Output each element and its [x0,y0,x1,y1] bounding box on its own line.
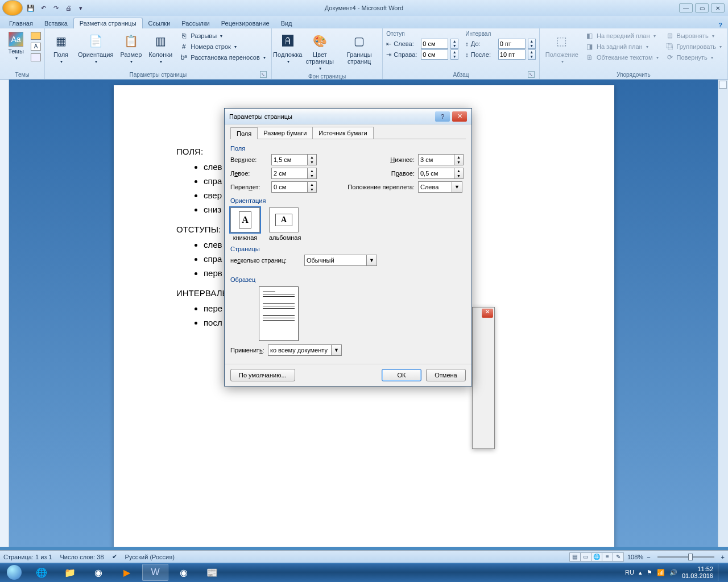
send-back-button[interactable]: ◨На задний план▾ [583,41,661,52]
right-margin-spinner[interactable]: ▲▼ [454,168,464,179]
tab-references[interactable]: Ссылки [143,18,176,28]
tray-flag-icon[interactable]: ⚑ [647,569,652,576]
gutter-pos-combo[interactable] [418,181,452,193]
view-draft[interactable]: ✎ [613,552,624,562]
vertical-ruler[interactable] [0,80,9,547]
paragraph-launcher[interactable]: ⤡ [528,71,535,78]
tray-language[interactable]: RU [625,569,634,576]
minimize-button[interactable]: — [679,3,693,13]
tab-insert[interactable]: Вставка [39,18,73,28]
indent-right-input[interactable] [421,49,448,60]
undo-icon[interactable]: ↶ [38,2,49,14]
hyphenation-button[interactable]: bªРасстановка переносов▾ [177,52,267,63]
tab-mailings[interactable]: Рассылки [176,18,215,28]
tray-show-hidden-icon[interactable]: ▴ [639,569,642,576]
office-button[interactable] [2,0,23,16]
align-button[interactable]: ⊟Выровнять▾ [663,31,725,41]
bottom-margin-spinner[interactable]: ▲▼ [454,154,464,165]
dialog-help-button[interactable]: ? [435,111,450,122]
theme-effects-icon[interactable] [31,53,41,61]
view-web[interactable]: 🌐 [591,552,602,562]
start-button[interactable] [2,564,26,581]
indent-right-spinner[interactable]: ▲▼ [450,49,458,60]
dialog-close-button[interactable]: ✕ [452,111,467,122]
tab-home[interactable]: Главная [3,18,39,28]
default-button[interactable]: По умолчанию... [230,369,295,381]
gutter-spinner[interactable]: ▲▼ [308,181,317,193]
left-margin-spinner[interactable]: ▲▼ [308,168,317,179]
orientation-portrait[interactable]: A книжная [230,207,260,241]
tray-volume-icon[interactable]: 🔊 [669,569,677,576]
position-button[interactable]: ⬚Положение▾ [543,31,581,65]
page-setup-launcher[interactable]: ⤡ [260,71,267,78]
bottom-margin-input[interactable] [418,154,454,165]
theme-fonts-icon[interactable]: A [31,43,41,51]
orientation-landscape[interactable]: A альбомная [269,207,301,241]
space-before-spinner[interactable]: ▲▼ [528,39,536,49]
gutter-input[interactable] [271,181,308,193]
space-after-input[interactable] [498,49,526,60]
save-icon[interactable]: 💾 [25,2,36,14]
task-explorer[interactable]: 📁 [57,564,83,581]
size-button[interactable]: 📋Размер▾ [118,31,144,65]
zoom-value[interactable]: 108% [627,554,643,560]
task-media[interactable]: ▶ [114,564,140,581]
task-chrome2[interactable]: ◉ [171,564,197,581]
bring-front-button[interactable]: ◧На передний план▾ [583,31,661,41]
multi-pages-combo[interactable] [304,255,367,266]
page-color-button[interactable]: 🎨Цвет страницы▾ [303,31,337,72]
view-outline[interactable]: ≡ [602,552,613,562]
group-button[interactable]: ⿻Группировать▾ [663,41,725,52]
orientation-button[interactable]: 📄Ориентация▾ [76,31,115,65]
watermark-button[interactable]: 🅰Подложка▾ [275,31,300,65]
close-button[interactable]: ✕ [711,3,725,13]
tab-view[interactable]: Вид [275,18,298,28]
view-full-screen[interactable]: ▭ [580,552,592,562]
status-language[interactable]: Русский (Россия) [125,554,175,560]
top-margin-spinner[interactable]: ▲▼ [308,154,317,165]
themes-button[interactable]: Aa Темы▾ [3,31,28,62]
breaks-button[interactable]: ⎘Разрывы▾ [177,31,267,41]
status-words[interactable]: Число слов: 38 [60,554,104,560]
redo-icon[interactable]: ↷ [50,2,61,14]
tab-review[interactable]: Рецензирование [216,18,275,28]
text-wrap-button[interactable]: 🗎Обтекание текстом▾ [583,52,661,63]
tab-layout[interactable]: Разметка страницы [73,18,143,28]
dlg-tab-margins[interactable]: Поля [230,127,258,139]
space-after-spinner[interactable]: ▲▼ [528,49,536,60]
tray-clock[interactable]: 11:52 01.03.2016 [682,566,713,579]
rotate-button[interactable]: ⟳Повернуть▾ [663,52,725,63]
tray-network-icon[interactable]: 📶 [657,569,665,576]
ruler-toggle[interactable] [719,81,727,89]
zoom-in-button[interactable]: + [721,554,725,560]
task-ie[interactable]: 🌐 [28,564,55,581]
print-icon[interactable]: 🖨 [63,2,74,14]
indent-left-spinner[interactable]: ▲▼ [450,39,458,49]
show-desktop-button[interactable] [718,564,722,581]
maximize-button[interactable]: ▭ [695,3,709,13]
dialog-titlebar[interactable]: Параметры страницы ? ✕ [225,109,471,124]
right-margin-input[interactable] [418,168,454,179]
cancel-button[interactable]: Отмена [426,369,466,381]
apply-dropdown[interactable]: ▼ [332,344,342,356]
apply-combo[interactable] [268,344,332,356]
top-margin-input[interactable] [271,154,308,165]
left-margin-input[interactable] [271,168,308,179]
zoom-out-button[interactable]: − [647,554,650,560]
bg-dialog-close[interactable]: ✕ [482,309,493,318]
dlg-tab-paper[interactable]: Размер бумаги [257,127,313,139]
zoom-slider[interactable] [657,556,714,558]
status-page[interactable]: Страница: 1 из 1 [3,554,52,560]
qat-more-icon[interactable]: ▾ [75,2,86,14]
vertical-scrollbar[interactable] [718,80,728,547]
multi-pages-dropdown[interactable]: ▼ [367,255,377,266]
columns-button[interactable]: ▥Колонки▾ [146,31,175,65]
dlg-tab-source[interactable]: Источник бумаги [312,127,373,139]
line-numbers-button[interactable]: #Номера строк▾ [177,41,267,52]
margins-button[interactable]: ▦Поля▾ [48,31,73,65]
task-word[interactable]: W [142,564,168,581]
view-print-layout[interactable]: ▤ [569,552,581,562]
ok-button[interactable]: ОК [382,369,421,381]
task-chrome[interactable]: ◉ [85,564,111,581]
page-borders-button[interactable]: ▢Границы страниц [340,31,379,66]
